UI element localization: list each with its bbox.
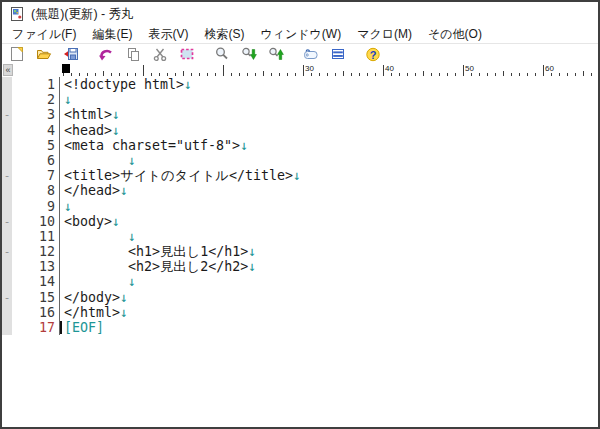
line-number: 3 — [12, 107, 55, 122]
hidemaru-app-icon[interactable] — [9, 6, 25, 22]
editor-line[interactable]: 2↓ — [2, 92, 598, 107]
find-next-down-button[interactable] — [240, 46, 257, 63]
linebreak-arrow-icon: ↓ — [64, 92, 72, 107]
ruler-tick — [295, 73, 296, 76]
ruler-tick — [167, 73, 168, 76]
editor-line[interactable]: -7<title>サイトのタイトル</title>↓ — [2, 168, 598, 183]
menu-window[interactable]: ウィンドウ(W) — [252, 26, 349, 43]
ruler-tick — [87, 73, 88, 76]
ruler-tick — [391, 73, 392, 76]
editor-line[interactable]: 11↓ — [2, 229, 598, 244]
hidemaru-window: (無題)(更新) - 秀丸 ファイル(F) 編集(E) 表示(V) 検索(S) … — [0, 0, 600, 429]
code-text: <meta charset="utf-8"> — [64, 138, 240, 153]
line-number: 16 — [12, 305, 55, 320]
editor-line[interactable]: -3<html>↓ — [2, 107, 598, 122]
editor-line[interactable]: -10<body>↓ — [2, 214, 598, 229]
menu-edit[interactable]: 編集(E) — [84, 26, 140, 43]
ruler-tick — [95, 73, 96, 76]
ruler-tick — [567, 73, 568, 76]
new-file-button[interactable] — [8, 46, 25, 63]
line-text: <html>↓ — [64, 107, 120, 122]
code-text: <html> — [64, 107, 112, 122]
line-text: ↓ — [64, 274, 136, 289]
code-text: </body> — [64, 290, 120, 305]
ruler-label: 50 — [465, 64, 474, 73]
editor-line[interactable]: 6↓ — [2, 153, 598, 168]
ruler-tick — [415, 73, 416, 76]
ruler-collapse-button[interactable]: « — [3, 64, 13, 76]
line-text: ↓ — [64, 92, 72, 107]
copy-button[interactable] — [124, 46, 141, 63]
line-number: 8 — [12, 183, 55, 198]
menu-view[interactable]: 表示(V) — [140, 26, 196, 43]
code-text: </html> — [64, 305, 120, 320]
line-text: </body>↓ — [64, 290, 128, 305]
ruler-tick — [135, 73, 136, 76]
ruler-tick — [159, 73, 160, 76]
ruler-tick — [463, 65, 464, 76]
ruler-tick — [399, 73, 400, 76]
menu-search[interactable]: 検索(S) — [196, 26, 252, 43]
ruler-tick — [591, 73, 592, 76]
line-number: 14 — [12, 274, 55, 289]
ruler-tick — [343, 71, 344, 76]
editor-line[interactable]: 8</head>↓ — [2, 183, 598, 198]
menu-macro[interactable]: マクロ(M) — [349, 26, 420, 43]
ruler-tick — [311, 73, 312, 76]
ruler-tick — [127, 73, 128, 76]
line-number: 10 — [12, 214, 55, 229]
line-number: 11 — [12, 229, 55, 244]
search-button[interactable] — [213, 46, 230, 63]
eof-marker: [EOF] — [64, 320, 104, 335]
find-previous-up-button[interactable] — [267, 46, 284, 63]
editor-line[interactable]: 9↓ — [2, 199, 598, 214]
edit-mark-icon: - — [2, 244, 12, 259]
ruler-tick — [279, 73, 280, 76]
menu-file[interactable]: ファイル(F) — [4, 26, 84, 43]
ruler-tick — [111, 73, 112, 76]
ruler-tick — [351, 73, 352, 76]
ruler-tick — [223, 65, 224, 76]
editor-line[interactable]: -12<h1>見出し1</h1>↓ — [2, 244, 598, 259]
title-bar[interactable]: (無題)(更新) - 秀丸 — [2, 2, 598, 26]
cut-button[interactable] — [151, 46, 168, 63]
ruler-tick — [575, 73, 576, 76]
editor-line[interactable]: -15</body>↓ — [2, 290, 598, 305]
editor-lines: 1<!doctype html>↓2↓-3<html>↓4<head>↓5<me… — [2, 77, 598, 335]
line-text: <meta charset="utf-8">↓ — [64, 138, 248, 153]
split-window-button[interactable] — [329, 46, 346, 63]
search-icon — [214, 46, 230, 62]
linebreak-arrow-icon: ↓ — [248, 244, 256, 259]
line-text: <head>↓ — [64, 123, 120, 138]
editor-line[interactable]: 17[EOF] — [2, 320, 598, 335]
editor-line[interactable]: 5<meta charset="utf-8">↓ — [2, 138, 598, 153]
line-text: </head>↓ — [64, 183, 128, 198]
indent-spacer — [64, 164, 128, 165]
ruler-label: 60 — [545, 64, 554, 73]
menu-bar: ファイル(F) 編集(E) 表示(V) 検索(S) ウィンドウ(W) マクロ(M… — [2, 26, 598, 44]
svg-text:?: ? — [369, 49, 376, 61]
ruler-label: 30 — [305, 64, 314, 73]
line-text: <h2>見出し2</h2>↓ — [64, 259, 256, 274]
editor-text-area[interactable]: 1<!doctype html>↓2↓-3<html>↓4<head>↓5<me… — [2, 77, 598, 427]
save-file-button[interactable] — [62, 46, 79, 63]
ruler-tick — [527, 73, 528, 76]
linebreak-arrow-icon: ↓ — [120, 183, 128, 198]
editor-line[interactable]: 13<h2>見出し2</h2>↓ — [2, 259, 598, 274]
linebreak-arrow-icon: ↓ — [128, 274, 136, 289]
undo-button[interactable] — [97, 46, 114, 63]
editor-line[interactable]: 1<!doctype html>↓ — [2, 77, 598, 92]
editor-line[interactable]: 16</html>↓ — [2, 305, 598, 320]
editor-line[interactable]: 14↓ — [2, 274, 598, 289]
linebreak-arrow-icon: ↓ — [64, 199, 72, 214]
linebreak-arrow-icon: ↓ — [240, 138, 248, 153]
box-select-button[interactable] — [178, 46, 195, 63]
ruler-tick — [119, 73, 120, 76]
open-file-button[interactable] — [35, 46, 52, 63]
tag-jump-icon — [303, 46, 319, 62]
editor-line[interactable]: 4<head>↓ — [2, 123, 598, 138]
ruler: « 30405060 — [2, 64, 598, 77]
tag-jump-button[interactable] — [302, 46, 319, 63]
menu-others[interactable]: その他(O) — [420, 26, 490, 43]
help-button[interactable]: ? — [364, 46, 381, 63]
